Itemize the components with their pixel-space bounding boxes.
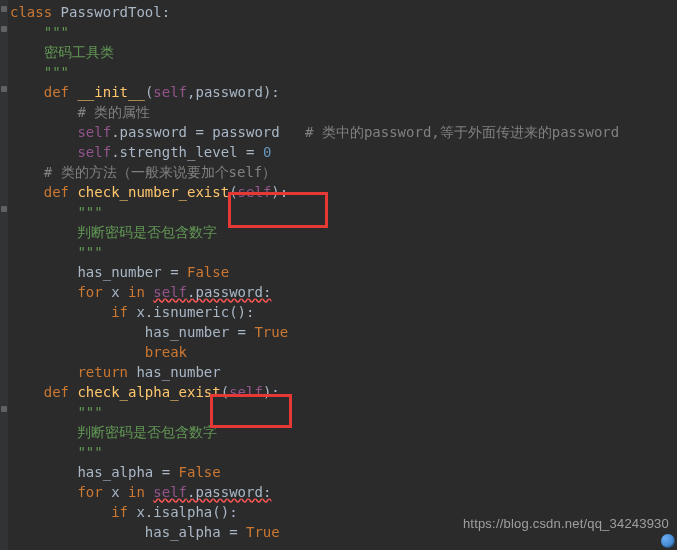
comment: # 类的方法（一般来说要加个self） <box>10 162 677 182</box>
code-line: self.strength_level = 0 <box>10 142 677 162</box>
docstring: """ <box>10 62 677 82</box>
docstring: 判断密码是否包含数字 <box>10 422 677 442</box>
code-line: def check_number_exist(self): <box>10 182 677 202</box>
code-line: has_number = False <box>10 262 677 282</box>
code-line: return has_number <box>10 362 677 382</box>
function-name: check_alpha_exist <box>77 384 220 400</box>
keyword-self: self <box>229 384 263 400</box>
code-line: self.password = password # 类中的password,等… <box>10 122 677 142</box>
code-line: def __init__(self,password): <box>10 82 677 102</box>
docstring: 判断密码是否包含数字 <box>10 222 677 242</box>
keyword-self: self <box>153 484 187 500</box>
docstring: """ <box>10 402 677 422</box>
docstring: 密码工具类 <box>10 42 677 62</box>
comment: # 类的属性 <box>10 102 677 122</box>
comment: # 类中的password,等于外面传进来的password <box>305 124 619 140</box>
docstring: """ <box>10 242 677 262</box>
code-line: has_alpha = False <box>10 462 677 482</box>
keyword-self: self <box>238 184 272 200</box>
keyword-self: self <box>153 84 187 100</box>
function-name: __init__ <box>77 84 144 100</box>
code-editor[interactable]: class PasswordTool: """ 密码工具类 """ def __… <box>0 0 677 542</box>
keyword-self: self <box>153 284 187 300</box>
code-line: def check_alpha_exist(self): <box>10 382 677 402</box>
code-line: break <box>10 342 677 362</box>
watermark-text: https://blog.csdn.net/qq_34243930 <box>463 514 669 534</box>
docstring: """ <box>10 202 677 222</box>
docstring: """ <box>10 22 677 42</box>
code-line: if x.isnumeric(): <box>10 302 677 322</box>
code-line: class PasswordTool: <box>10 2 677 22</box>
code-line: for x in self.password: <box>10 282 677 302</box>
info-badge-icon[interactable] <box>661 534 675 548</box>
function-name: check_number_exist <box>77 184 229 200</box>
keyword-class: class <box>10 4 52 20</box>
docstring: """ <box>10 442 677 462</box>
code-line: for x in self.password: <box>10 482 677 502</box>
code-line: has_number = True <box>10 322 677 342</box>
